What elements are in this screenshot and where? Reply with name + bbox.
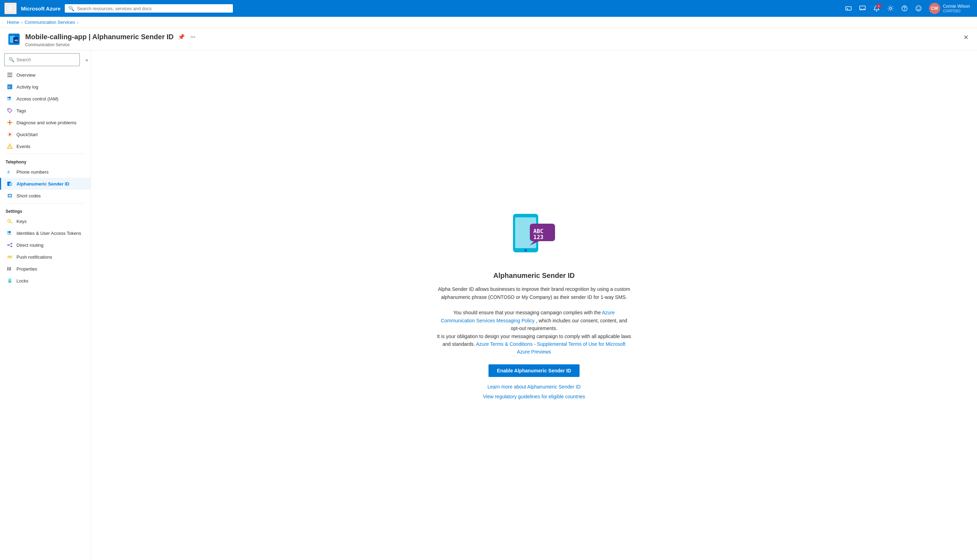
svg-text:AB: AB xyxy=(10,183,12,185)
svg-point-40 xyxy=(7,244,9,246)
svg-rect-16 xyxy=(7,75,12,75)
global-search-box[interactable]: 🔍 xyxy=(65,4,233,13)
sidebar-collapse-button[interactable]: « xyxy=(84,57,90,63)
cloud-shell-button[interactable] xyxy=(842,2,855,15)
pin-icon[interactable]: 📌 xyxy=(177,32,186,42)
username-label: Connie Wilson xyxy=(943,4,970,10)
sidebar-item-label: Locks xyxy=(17,278,28,283)
sidebar-section-telephony: Telephony xyxy=(0,155,91,166)
svg-point-36 xyxy=(8,220,10,222)
close-icon[interactable]: ✕ xyxy=(962,32,970,43)
svg-text:#: # xyxy=(7,170,10,175)
sidebar-item-activity-log[interactable]: ≡ Activity log xyxy=(0,81,91,93)
sidebar-item-overview[interactable]: Overview xyxy=(0,69,91,81)
sidebar-divider-telephony xyxy=(6,153,85,154)
events-icon xyxy=(7,143,13,150)
more-icon[interactable]: ··· xyxy=(189,33,197,42)
topnav: ☰ Microsoft Azure 🔍 1 xyxy=(0,0,977,17)
routing-icon xyxy=(7,242,13,248)
svg-rect-17 xyxy=(7,76,12,77)
learn-more-link[interactable]: Learn more about Alphanumeric Sender ID xyxy=(488,384,581,390)
sidebar-item-label: Properties xyxy=(17,267,37,272)
sidebar-section-settings: Settings xyxy=(0,205,91,215)
svg-point-29 xyxy=(10,147,10,148)
svg-rect-50 xyxy=(8,280,11,283)
phone-icon: # xyxy=(7,169,13,175)
page-title-text: Mobile-calling-app | Alphanumeric Sender… xyxy=(25,33,174,41)
notifications-button[interactable]: 1 xyxy=(870,2,883,15)
sidebar-item-label: Short codes xyxy=(17,193,41,198)
feedback-button[interactable] xyxy=(856,2,869,15)
topnav-icons: 1 CW Connie Wilson CONTOSO xyxy=(842,2,973,15)
sidebar-search-box[interactable]: 🔍 xyxy=(4,53,80,66)
sidebar-item-direct-routing[interactable]: Direct routing xyxy=(0,239,91,251)
help-button[interactable] xyxy=(898,2,911,15)
sidebar-item-access-control[interactable]: Access control (IAM) xyxy=(0,93,91,105)
page-title: Mobile-calling-app | Alphanumeric Sender… xyxy=(25,32,958,42)
sidebar-item-push-notifications[interactable]: Push notifications xyxy=(0,251,91,263)
sidebar-item-label: Diagnose and solve problems xyxy=(17,120,76,125)
user-menu[interactable]: CW Connie Wilson CONTOSO xyxy=(926,2,973,15)
sidebar-item-quickstart[interactable]: QuickStart xyxy=(0,128,91,140)
terms-link[interactable]: Azure Terms & Conditions xyxy=(476,341,533,347)
diagnose-icon xyxy=(7,119,13,126)
activity-icon: ≡ xyxy=(7,83,13,90)
sidebar-search-input[interactable] xyxy=(17,57,75,62)
key-icon xyxy=(7,218,13,224)
hero-title: Alphanumeric Sender ID xyxy=(493,272,575,280)
sidebar-item-tags[interactable]: Tags xyxy=(0,105,91,117)
hamburger-button[interactable]: ☰ xyxy=(4,2,17,14)
svg-point-7 xyxy=(904,10,905,10)
tag-icon xyxy=(7,107,13,114)
supplemental-terms-link[interactable]: Supplemental Terms of Use for Microsoft … xyxy=(517,341,625,355)
sidebar-item-short-codes[interactable]: Short codes xyxy=(0,190,91,202)
svg-point-10 xyxy=(919,8,920,8)
sidebar-item-label: Events xyxy=(17,144,30,149)
svg-point-39 xyxy=(7,232,9,233)
svg-point-22 xyxy=(8,109,9,110)
sidebar-item-diagnose[interactable]: Diagnose and solve problems xyxy=(0,117,91,128)
sidebar-item-alphanumeric[interactable]: AB Alphanumeric Sender ID xyxy=(0,178,91,190)
sidebar-item-label: QuickStart xyxy=(17,132,38,137)
quickstart-icon xyxy=(7,131,13,138)
smiley-button[interactable] xyxy=(912,2,925,15)
sidebar-item-phone-numbers[interactable]: # Phone numbers xyxy=(0,166,91,178)
content-area: 🔍 « Overview ≡ Activity log xyxy=(0,50,977,560)
svg-point-21 xyxy=(7,97,9,99)
svg-point-41 xyxy=(11,243,12,244)
sidebar-item-identities[interactable]: Identities & User Access Tokens xyxy=(0,227,91,239)
search-icon: 🔍 xyxy=(68,6,74,11)
global-search-input[interactable] xyxy=(77,6,229,11)
sidebar-search-icon: 🔍 xyxy=(9,57,14,62)
settings-button[interactable] xyxy=(884,2,897,15)
sidebar-item-label: Push notifications xyxy=(17,255,52,260)
regulatory-guidelines-link[interactable]: View regulatory guidelines for eligible … xyxy=(483,394,585,399)
svg-rect-46 xyxy=(8,257,11,257)
svg-rect-35 xyxy=(9,195,11,197)
sidebar-item-label: Tags xyxy=(17,108,26,113)
svg-rect-48 xyxy=(9,267,10,270)
org-label: CONTOSO xyxy=(943,9,970,13)
sidebar-item-properties[interactable]: Properties xyxy=(0,263,91,275)
sidebar-item-keys[interactable]: Keys xyxy=(0,215,91,227)
breadcrumb-comm-services[interactable]: Communication Services xyxy=(25,20,75,25)
svg-point-53 xyxy=(524,249,527,252)
lock-icon xyxy=(7,278,13,284)
svg-point-42 xyxy=(11,246,12,247)
resource-icon: AB xyxy=(7,32,21,46)
sidebar-item-events[interactable]: Events xyxy=(0,140,91,152)
alpha-icon: AB xyxy=(7,181,13,187)
sidebar-search-row: 🔍 « xyxy=(0,50,91,69)
sidebar-item-label: Keys xyxy=(17,219,27,224)
sidebar-item-label: Identities & User Access Tokens xyxy=(17,231,81,236)
breadcrumb-sep-1: › xyxy=(22,20,23,25)
breadcrumb-home[interactable]: Home xyxy=(7,20,19,25)
sidebar-item-locks[interactable]: Locks xyxy=(0,275,91,287)
avatar: CW xyxy=(929,3,940,14)
sidebar: 🔍 « Overview ≡ Activity log xyxy=(0,50,91,560)
enable-alphanumeric-button[interactable]: Enable Alphanumeric Sender ID xyxy=(489,364,580,377)
sidebar-item-label: Access control (IAM) xyxy=(17,96,58,102)
sidebar-item-label: Alphanumeric Sender ID xyxy=(17,181,69,187)
shortcode-icon xyxy=(7,192,13,199)
properties-icon xyxy=(7,266,13,272)
